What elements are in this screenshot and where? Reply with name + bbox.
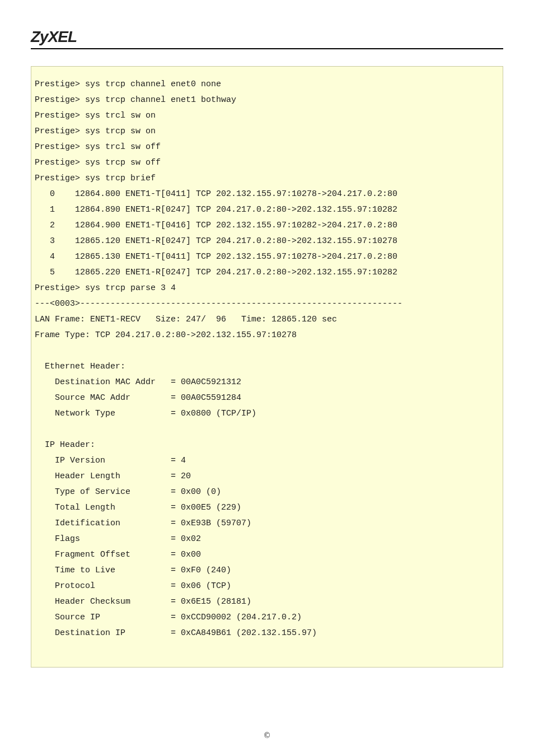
brand-logo: ZyXEL [31, 28, 503, 48]
header-rule [31, 48, 503, 49]
terminal-line: Fragment Offset = 0x00 [35, 547, 499, 563]
terminal-line: IP Version = 4 [35, 453, 499, 469]
terminal-line [35, 343, 499, 359]
terminal-line: Prestige> sys trcp sw off [35, 155, 499, 171]
terminal-line: Prestige> sys trcp parse 3 4 [35, 281, 499, 296]
terminal-line: 2 12864.900 ENET1-T[0416] TCP 202.132.15… [35, 218, 499, 234]
terminal-line: Time to Live = 0xF0 (240) [35, 563, 499, 578]
terminal-line [35, 641, 499, 657]
terminal-line: Flags = 0x02 [35, 531, 499, 547]
terminal-line: 1 12864.890 ENET1-R[0247] TCP 204.217.0.… [35, 202, 499, 218]
terminal-line: Ethernet Header: [35, 359, 499, 375]
terminal-line: Destination MAC Addr = 00A0C5921312 [35, 375, 499, 390]
terminal-output: Prestige> sys trcp channel enet0 nonePre… [31, 66, 503, 668]
terminal-line [35, 422, 499, 437]
terminal-line: LAN Frame: ENET1-RECV Size: 247/ 96 Time… [35, 312, 499, 328]
terminal-line: Type of Service = 0x00 (0) [35, 484, 499, 500]
terminal-line: 4 12865.130 ENET1-T[0411] TCP 202.132.15… [35, 249, 499, 265]
terminal-line: Idetification = 0xE93B (59707) [35, 516, 499, 531]
terminal-line: Frame Type: TCP 204.217.0.2:80->202.132.… [35, 328, 499, 343]
terminal-line: Protocol = 0x06 (TCP) [35, 578, 499, 594]
terminal-line: Source IP = 0xCCD90002 (204.217.0.2) [35, 610, 499, 626]
terminal-line: Destination IP = 0xCA849B61 (202.132.155… [35, 626, 499, 641]
terminal-line: 0 12864.800 ENET1-T[0411] TCP 202.132.15… [35, 186, 499, 202]
terminal-line: Prestige> sys trcl sw off [35, 139, 499, 155]
terminal-line: 5 12865.220 ENET1-R[0247] TCP 204.217.0.… [35, 265, 499, 281]
terminal-line: Source MAC Addr = 00A0C5591284 [35, 390, 499, 406]
terminal-line: Header Length = 20 [35, 469, 499, 484]
footer-copyright: © [0, 731, 534, 740]
terminal-line: Prestige> sys trcp brief [35, 171, 499, 186]
terminal-line: Prestige> sys trcl sw on [35, 108, 499, 124]
terminal-line: Network Type = 0x0800 (TCP/IP) [35, 406, 499, 422]
terminal-line: Header Checksum = 0x6E15 (28181) [35, 594, 499, 610]
terminal-line: Prestige> sys trcp channel enet0 none [35, 77, 499, 92]
terminal-line: 3 12865.120 ENET1-R[0247] TCP 204.217.0.… [35, 234, 499, 249]
terminal-line: IP Header: [35, 437, 499, 453]
terminal-line: Prestige> sys trcp channel enet1 bothway [35, 92, 499, 108]
terminal-line: Total Length = 0x00E5 (229) [35, 500, 499, 516]
page: ZyXEL Prestige> sys trcp channel enet0 n… [0, 0, 534, 756]
terminal-line: Prestige> sys trcp sw on [35, 124, 499, 139]
terminal-line: ---<0003>-------------------------------… [35, 296, 499, 312]
